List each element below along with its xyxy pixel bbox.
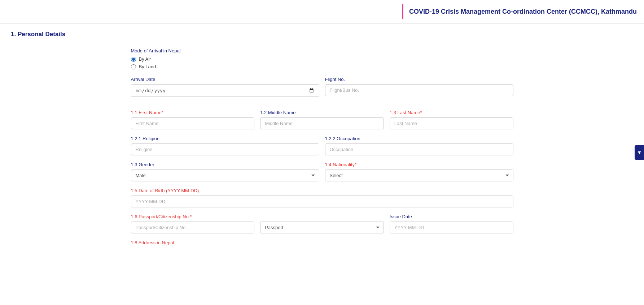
nationality-select[interactable]: Select Nepali Indian Chinese American Br…: [325, 169, 513, 181]
header-divider: [402, 4, 403, 19]
passport-no-group: 1.6 Passport/Citizenship No.*: [131, 214, 255, 233]
passport-label: 1.6 Passport/Citizenship No.*: [131, 214, 255, 219]
religion-input[interactable]: [131, 143, 319, 155]
gender-select[interactable]: Male Female Other: [131, 169, 319, 181]
scroll-button[interactable]: ▼: [635, 145, 644, 160]
name-row: 1.1 First Name* 1.2 Middle Name 1.3 Last…: [131, 110, 513, 129]
radio-by-air-label[interactable]: By Air: [131, 56, 513, 62]
radio-by-land[interactable]: [131, 64, 136, 69]
issue-date-input[interactable]: [390, 222, 513, 233]
arrival-date-group: Arrival Date: [131, 77, 319, 103]
scroll-icon: ▼: [637, 150, 642, 155]
occupation-group: 1.2.2 Occupation: [325, 136, 513, 155]
address-group: 1.8 Address in Nepal:: [131, 240, 513, 245]
radio-by-land-text: By Land: [139, 64, 156, 69]
flight-no-group: Flight No.: [325, 77, 513, 103]
last-name-input[interactable]: [390, 117, 513, 129]
middle-name-label: 1.2 Middle Name: [260, 110, 384, 115]
header: COVID-19 Crisis Management Co-ordination…: [0, 0, 644, 23]
arrival-flight-row: Arrival Date Flight No.: [131, 77, 513, 103]
section-title: 1. Personal Details: [11, 31, 633, 41]
gender-group: 1.3 Gender Male Female Other: [131, 162, 319, 181]
religion-label: 1.2.1 Religion: [131, 136, 319, 141]
dob-group: 1.5 Date of Birth (YYYY-MM-DD): [131, 188, 513, 207]
nationality-group: 1.4 Nationality* Select Nepali Indian Ch…: [325, 162, 513, 181]
mode-of-arrival-label: Mode of Arrival in Nepal: [131, 48, 513, 53]
middle-name-input[interactable]: [260, 117, 384, 129]
flight-no-input[interactable]: [325, 84, 513, 96]
first-name-group: 1.1 First Name*: [131, 110, 255, 129]
issue-date-label: Issue Date: [390, 214, 513, 219]
middle-name-group: 1.2 Middle Name: [260, 110, 384, 129]
passport-input[interactable]: [131, 222, 255, 233]
passport-row: 1.6 Passport/Citizenship No.* Passport C…: [131, 214, 513, 233]
form-container: Mode of Arrival in Nepal By Air By Land …: [124, 48, 521, 245]
passport-type-select[interactable]: Passport Citizenship Other: [260, 222, 384, 233]
radio-by-air[interactable]: [131, 57, 136, 62]
occupation-label: 1.2.2 Occupation: [325, 136, 513, 141]
radio-by-air-text: By Air: [139, 56, 151, 62]
gender-nationality-row: 1.3 Gender Male Female Other 1.4 Nationa…: [131, 162, 513, 181]
occupation-input[interactable]: [325, 143, 513, 155]
last-name-label: 1.3 Last Name*: [390, 110, 513, 115]
flight-no-label: Flight No.: [325, 77, 513, 82]
arrival-date-input[interactable]: [131, 84, 319, 97]
nationality-label: 1.4 Nationality*: [325, 162, 513, 167]
issue-date-group: Issue Date: [390, 214, 513, 233]
header-title: COVID-19 Crisis Management Co-ordination…: [409, 8, 637, 16]
address-label: 1.8 Address in Nepal:: [131, 240, 513, 245]
religion-group: 1.2.1 Religion: [131, 136, 319, 155]
dob-input[interactable]: [131, 196, 513, 207]
passport-type-group: Passport Citizenship Other: [260, 214, 384, 233]
first-name-input[interactable]: [131, 117, 255, 129]
first-name-label: 1.1 First Name*: [131, 110, 255, 115]
mode-of-arrival-group: Mode of Arrival in Nepal By Air By Land: [131, 48, 513, 69]
last-name-group: 1.3 Last Name*: [390, 110, 513, 129]
religion-occupation-row: 1.2.1 Religion 1.2.2 Occupation: [131, 136, 513, 155]
arrival-date-label: Arrival Date: [131, 77, 319, 82]
dob-label: 1.5 Date of Birth (YYYY-MM-DD): [131, 188, 513, 193]
radio-by-land-label[interactable]: By Land: [131, 64, 513, 69]
page-content: 1. Personal Details Mode of Arrival in N…: [0, 23, 644, 305]
gender-label: 1.3 Gender: [131, 162, 319, 167]
